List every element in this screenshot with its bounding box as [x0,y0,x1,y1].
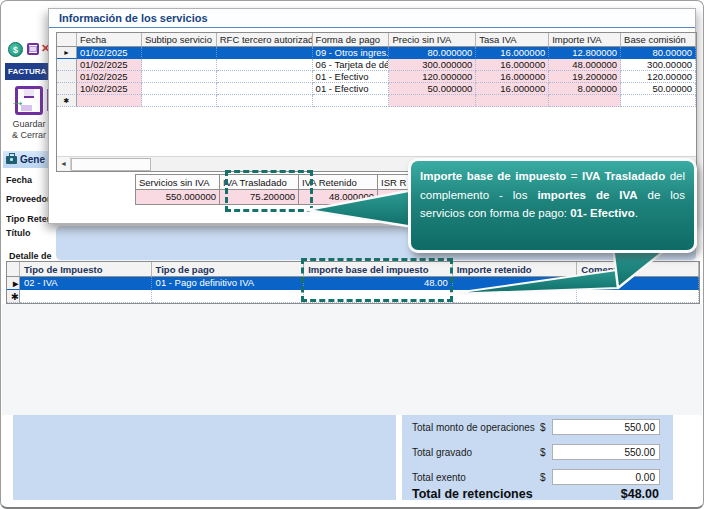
currency-coin-icon[interactable]: $ [8,42,23,57]
row-selector-icon[interactable]: ► [57,47,77,59]
total-gravado-label: Total gravado [412,447,472,458]
grid-cell[interactable]: 16.000000 [476,59,549,71]
floppy-shutter [24,89,34,98]
section-header-general[interactable]: Gene [3,151,49,168]
grid-cell[interactable] [453,290,578,303]
total-exento-value[interactable]: 0.00 [552,469,660,485]
grid-cell[interactable]: 300.000000 [389,59,476,71]
grid-cell[interactable] [577,277,699,290]
highlight-box-importe-base [301,258,453,302]
column-header-comentarios[interactable]: Comentarios [577,262,699,277]
grid-cell[interactable]: 50.00000 [621,83,696,95]
column-header-indicator [57,33,77,47]
grid-cell[interactable]: 16.000000 [476,83,549,95]
service-row[interactable]: 01/02/2025 06 - Tarjeta de dé... 300.000… [57,59,696,71]
total-gravado-value[interactable]: 550.00 [552,444,660,460]
grid-cell[interactable]: 19.200000 [549,71,621,83]
column-header-subtipo[interactable]: Subtipo servicio [142,33,217,47]
explanation-callout: Importe base de impuesto = IVA Trasladad… [408,158,697,253]
grid-cell[interactable]: 01 - Efectivo [313,83,390,95]
column-header-fecha[interactable]: Fecha [77,33,142,47]
services-grid: Fecha Subtipo servicio RFC tercero autor… [56,32,697,172]
grid-cell[interactable]: 01/02/2025 [77,59,142,71]
service-new-row[interactable]: ✱ [57,95,696,107]
grid-cell[interactable]: 120.00000 [621,71,696,83]
scroll-left-icon[interactable]: ◄ [57,157,71,170]
grid-cell[interactable] [142,95,217,107]
grid-cell[interactable]: 09 - Otros ingres... [313,47,390,59]
column-header-base-comision[interactable]: Base comisión [621,33,696,47]
grid-cell[interactable] [313,95,390,107]
grid-cell[interactable]: 16.000000 [476,47,549,59]
total-retenciones-value: $48.00 [621,487,659,501]
grid-cell[interactable]: 01 - Efectivo [313,71,390,83]
service-row-selected[interactable]: ► 01/02/2025 09 - Otros ingres... 80.000… [57,47,696,59]
row-indicator[interactable] [57,59,77,71]
column-header-importe-iva[interactable]: Importe IVA [549,33,621,47]
column-header-tipo-impuesto[interactable]: Tipo de Impuesto [20,262,152,277]
grid-cell[interactable]: 01/02/2025 [77,71,142,83]
detail-section-label: Detalle de [9,251,56,261]
grid-cell[interactable] [152,290,305,303]
row-selector-icon[interactable]: ► [7,277,20,290]
grid-cell[interactable]: 120.000000 [389,71,476,83]
grid-cell[interactable]: 10/02/2025 [77,83,142,95]
service-row[interactable]: 10/02/2025 01 - Efectivo 50.000000 16.00… [57,83,696,95]
grid-cell[interactable]: 16.000000 [476,71,549,83]
scrollbar-thumb[interactable] [71,158,151,171]
grid-cell[interactable] [142,47,217,59]
summary-value-servicios[interactable]: 550.000000 [135,190,220,205]
column-header-precio[interactable]: Precio sin IVA [389,33,476,47]
grid-cell[interactable] [142,71,217,83]
column-header-tipo-pago[interactable]: Tipo de pago [152,262,305,277]
grid-cell[interactable] [217,71,313,83]
grid-cell[interactable] [621,95,696,107]
grid-cell[interactable]: 80.000000 [389,47,476,59]
grid-cell[interactable] [549,95,621,107]
save-icon-detail [29,46,37,52]
grid-cell[interactable]: 02 - IVA [20,277,152,290]
grid-cell[interactable]: 48.000000 [549,59,621,71]
column-header-importe-retenido[interactable]: Importe retenido [453,262,578,277]
column-header-tasa-iva[interactable]: Tasa IVA [476,33,549,47]
currency-symbol: $ [540,472,546,483]
grid-cell[interactable]: 80.00000 [621,47,696,59]
grid-cell[interactable] [577,290,699,303]
grid-cell[interactable]: 50.000000 [389,83,476,95]
save-close-button[interactable]: → [13,86,47,116]
new-row-icon: ✱ [57,95,77,107]
briefcase-icon [6,156,17,164]
column-header-forma-pago[interactable]: Forma de pago [313,33,390,47]
grid-cell[interactable]: 12.800000 [549,47,621,59]
services-grid-header-row: Fecha Subtipo servicio RFC tercero autor… [57,33,696,47]
field-label-titulo: Título [6,228,46,238]
column-header-rfc[interactable]: RFC tercero autorizado [217,33,313,47]
save-icon[interactable] [27,43,39,55]
grid-cell[interactable]: 06 - Tarjeta de dé... [313,59,390,71]
total-exento-label: Total exento [412,472,466,483]
grid-cell[interactable] [217,95,313,107]
total-operations-value[interactable]: 550.00 [552,419,660,435]
grid-cell[interactable] [217,83,313,95]
field-label-proveedor: Proveedor [6,194,48,204]
row-indicator[interactable] [57,83,77,95]
grid-cell[interactable] [476,95,549,107]
grid-cell[interactable] [142,59,217,71]
row-indicator[interactable] [57,71,77,83]
grid-cell[interactable]: 01/02/2025 [77,47,142,59]
grid-cell[interactable]: 01 - Pago definitivo IVA [152,277,305,290]
grid-cell[interactable] [217,59,313,71]
application-window: $ ✕ FACTURA D → Guardar & Cerrar Gene Fe… [0,0,704,509]
totals-right-panel: Total monto de operaciones $ 550.00 Tota… [402,415,673,500]
grid-cell[interactable] [142,83,217,95]
grid-cell[interactable] [389,95,476,107]
grid-cell[interactable]: 300.00000 [621,59,696,71]
window-caption-factura: FACTURA D [5,63,49,80]
grid-cell[interactable] [217,47,313,59]
grid-cell[interactable]: 48.00 [453,277,578,290]
service-row[interactable]: 01/02/2025 01 - Efectivo 120.000000 16.0… [57,71,696,83]
grid-cell[interactable] [77,95,142,107]
grid-cell[interactable] [20,290,152,303]
grid-cell[interactable]: 8.000000 [549,83,621,95]
highlight-box-iva-trasladado [225,170,313,212]
